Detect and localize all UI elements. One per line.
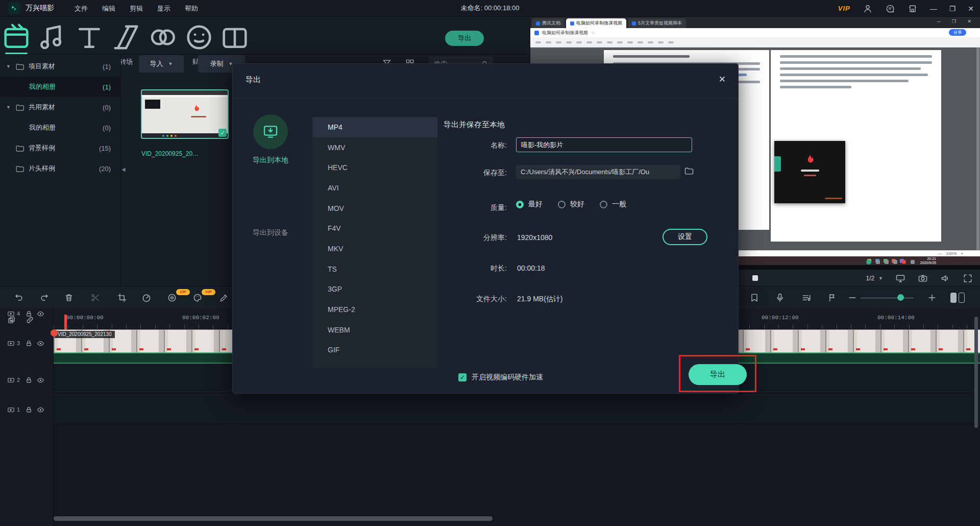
sidebar-item-my-album-shared[interactable]: 我的相册 (0) <box>0 117 121 138</box>
radio-best[interactable]: 最好 <box>516 200 543 209</box>
name-field[interactable] <box>516 137 692 152</box>
expand-arrow-icon[interactable]: ▼ <box>6 64 11 69</box>
radio-normal[interactable]: 一般 <box>600 200 626 209</box>
export-to-local-label[interactable]: 导出到本地 <box>233 156 308 165</box>
radio-better[interactable]: 较好 <box>558 200 584 209</box>
hw-accel-checkbox[interactable]: ✓ <box>458 373 467 381</box>
format-item-hevc[interactable]: HEVC <box>312 157 437 178</box>
preview-quality-dropdown[interactable]: 1/2▼ <box>866 275 883 282</box>
export-to-local-tab[interactable] <box>253 114 288 149</box>
filesize-value: 21.9 MB(估计) <box>517 295 562 304</box>
eye-icon[interactable] <box>37 340 44 347</box>
app-name: 万兴喵影 <box>26 4 54 13</box>
format-item-mp4[interactable]: MP4 <box>312 117 437 137</box>
track-lane-1[interactable] <box>54 394 980 422</box>
import-button[interactable]: 导入▼ <box>139 55 184 73</box>
lock-icon[interactable] <box>25 310 33 318</box>
format-item-gif[interactable]: GIF <box>312 340 437 361</box>
dialog-close-icon[interactable]: ✕ <box>719 74 726 85</box>
format-item-3gp[interactable]: 3GP <box>312 279 437 300</box>
zoom-slider-handle[interactable] <box>897 294 904 301</box>
vip-badge: VIP <box>202 289 215 295</box>
export-to-device-label[interactable]: 导出到设备 <box>233 228 308 237</box>
format-item-mpeg2[interactable]: MPEG-2 <box>312 299 437 320</box>
duration-value: 00:00:18 <box>517 264 545 272</box>
redo-icon[interactable] <box>39 293 50 303</box>
expand-arrow-icon[interactable]: ▼ <box>6 105 11 110</box>
format-item-mkv[interactable]: MKV <box>312 238 437 259</box>
format-item-wmv[interactable]: WMV <box>312 137 437 158</box>
collapse-panel-arrow[interactable]: ◀ <box>121 166 126 172</box>
lock-icon[interactable] <box>25 406 33 414</box>
color-palette-icon[interactable] <box>192 293 203 303</box>
stop-icon[interactable] <box>752 275 758 281</box>
sidebar-item-intro-samples[interactable]: 片头样例 (20) <box>0 158 121 179</box>
track-header-2[interactable]: 2 <box>0 375 54 385</box>
settings-button[interactable]: 设置 <box>663 229 707 245</box>
panel-layout-toggle-icon[interactable] <box>950 293 965 303</box>
menu-file[interactable]: 文件 <box>67 0 95 17</box>
dialog-title: 导出 <box>246 75 261 85</box>
zoom-out-minus-icon[interactable] <box>847 293 857 303</box>
volume-speaker-icon[interactable] <box>940 273 950 283</box>
thumb-dark-window <box>145 100 160 109</box>
menu-edit[interactable]: 编辑 <box>95 0 122 17</box>
display-monitor-icon[interactable] <box>895 273 905 283</box>
clip-marker-dot[interactable] <box>51 329 58 337</box>
sidebar-item-shared-media[interactable]: ▼ 共用素材 (0) <box>0 97 121 117</box>
lock-icon[interactable] <box>25 340 33 347</box>
format-item-webm[interactable]: WEBM <box>312 320 437 340</box>
fullscreen-expand-icon[interactable] <box>963 273 973 283</box>
close-button[interactable]: ✕ <box>968 5 974 13</box>
menu-view[interactable]: 显示 <box>150 0 178 17</box>
doc-icon <box>534 31 539 35</box>
path-label: 保存至: <box>444 169 507 178</box>
split-scissors-icon[interactable] <box>90 293 101 303</box>
zoom-in-plus-icon[interactable] <box>927 293 937 303</box>
export-toolbar-button[interactable]: 导出 <box>445 31 484 46</box>
crop-icon[interactable] <box>117 293 127 303</box>
track-header-4[interactable]: 4 <box>0 308 54 319</box>
vip-badge[interactable]: VIP <box>838 5 850 12</box>
format-item-ts[interactable]: TS <box>312 259 437 279</box>
restore-button[interactable]: ❐ <box>949 5 956 13</box>
account-icon[interactable] <box>863 4 873 14</box>
media-clip-thumbnail[interactable]: ✓ <box>141 89 229 139</box>
snapshot-camera-icon[interactable] <box>918 273 928 283</box>
menu-help[interactable]: 帮助 <box>178 0 205 17</box>
lock-icon[interactable] <box>25 376 33 384</box>
eyedropper-pen-icon[interactable] <box>219 293 229 303</box>
eye-icon[interactable] <box>37 406 44 414</box>
horizontal-scrollbar[interactable] <box>54 516 493 521</box>
save-path-field[interactable] <box>516 165 680 179</box>
minimize-button[interactable]: — <box>930 5 937 13</box>
eye-icon[interactable] <box>37 376 44 384</box>
sidebar-item-background-samples[interactable]: 背景样例 (15) <box>0 138 121 158</box>
format-item-avi[interactable]: AVI <box>312 178 437 198</box>
delete-trash-icon[interactable] <box>64 293 74 303</box>
undo-icon[interactable] <box>14 293 24 303</box>
audio-mixer-icon[interactable] <box>801 293 812 303</box>
timeline-zoom-slider[interactable] <box>861 297 914 299</box>
eye-icon[interactable] <box>37 310 44 318</box>
render-badge-icon[interactable] <box>749 293 760 303</box>
store-icon[interactable] <box>908 4 918 14</box>
sidebar-item-project-media[interactable]: ▼ 项目素材 (1) <box>0 56 121 77</box>
format-item-f4v[interactable]: F4V <box>312 218 437 238</box>
format-item-mov[interactable]: MOV <box>312 198 437 219</box>
voiceover-mic-icon[interactable] <box>775 293 785 303</box>
media-clip-name[interactable]: VID_20200925_20… <box>141 150 229 157</box>
feedback-icon[interactable] <box>885 4 895 14</box>
audio-denoise-icon[interactable] <box>167 293 177 303</box>
menu-clip[interactable]: 剪辑 <box>122 0 150 17</box>
speed-icon[interactable] <box>141 293 152 303</box>
camera-overlay-window <box>774 141 845 203</box>
tab-favicon <box>632 21 636 26</box>
track-header-1[interactable]: 1 <box>0 404 54 415</box>
browse-folder-icon[interactable] <box>684 166 694 176</box>
vertical-scrollbar[interactable] <box>974 317 978 428</box>
track-header-3[interactable]: 3 <box>0 338 54 348</box>
playhead[interactable] <box>64 315 67 329</box>
marker-icon[interactable] <box>827 293 837 303</box>
sidebar-item-my-album[interactable]: 我的相册 (1) <box>0 77 121 97</box>
